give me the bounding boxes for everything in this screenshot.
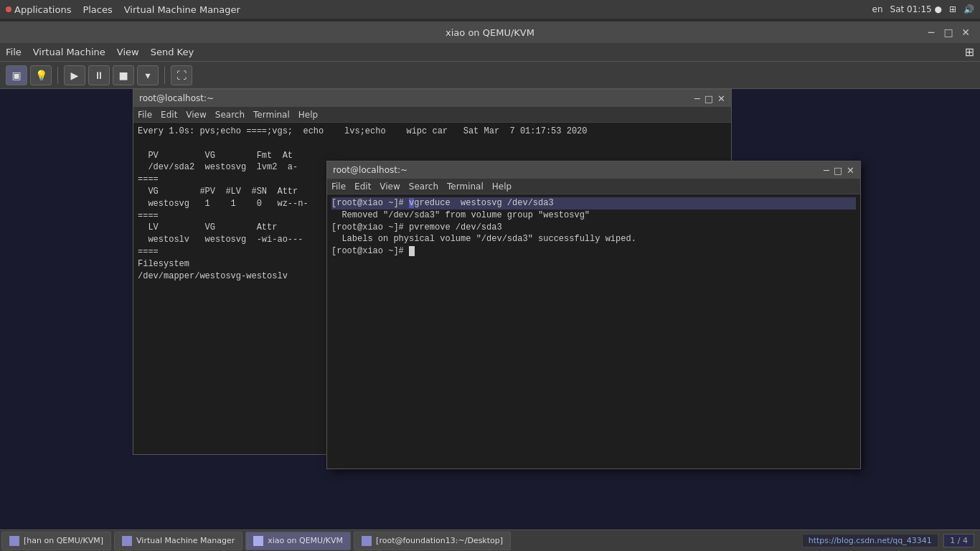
volume-icon: 🔊 — [963, 4, 974, 14]
lang-indicator: en — [872, 4, 883, 14]
vmmgr-menu[interactable]: Virtual Machine Manager — [124, 4, 240, 15]
tbg-menu-file[interactable]: File — [138, 110, 152, 120]
toolbar-separator-2 — [164, 67, 165, 84]
qemu-close-btn[interactable]: ✕ — [960, 27, 971, 38]
clock: Sat 01:15 ● — [890, 4, 942, 14]
terminal-front-close[interactable]: ✕ — [847, 165, 854, 176]
pause-btn[interactable]: ⏸ — [88, 65, 110, 85]
qemu-menu-view[interactable]: View — [117, 47, 139, 57]
qemu-minimize-btn[interactable]: ─ — [925, 27, 937, 38]
qemu-window-title: xiao on QEMU/KVM — [446, 27, 534, 38]
tf-menu-terminal[interactable]: Terminal — [447, 182, 484, 192]
tbg-menu-terminal[interactable]: Terminal — [253, 110, 290, 120]
qemu-window: xiao on QEMU/KVM ─ □ ✕ File Virtual Mach… — [0, 22, 980, 551]
tf-menu-search[interactable]: Search — [409, 182, 438, 192]
tbg-menu-help[interactable]: Help — [298, 110, 318, 120]
page-indicator: 1 / 4 — [943, 534, 974, 547]
taskbar-icon-1 — [122, 536, 132, 546]
tf-menu-file[interactable]: File — [331, 182, 346, 192]
stop-btn[interactable]: ■ — [113, 65, 134, 85]
fullscreen-icon: ⛶ — [176, 70, 187, 81]
taskbar-icon-2 — [253, 536, 263, 546]
dropdown-btn[interactable]: ▾ — [137, 65, 159, 85]
qemu-menu-file[interactable]: File — [6, 47, 22, 57]
taskbar: [han on QEMU/KVM] Virtual Machine Manage… — [0, 529, 980, 551]
taskbar-label-0: [han on QEMU/KVM] — [24, 536, 103, 545]
tbg-menu-edit[interactable]: Edit — [161, 110, 177, 120]
pause-icon: ⏸ — [94, 70, 104, 81]
terminal-front-content[interactable]: [root@xiao ~]# vgreduce westosvg /dev/sd… — [327, 194, 860, 468]
front-line-4: [root@xiao ~]# — [331, 245, 856, 258]
terminal-front-window: root@localhost:~ ─ □ ✕ File Edit View Se… — [326, 161, 861, 469]
qemu-titlebar: xiao on QEMU/KVM ─ □ ✕ — [0, 22, 980, 43]
terminal-bg-menubar: File Edit View Search Terminal Help — [133, 107, 731, 123]
taskbar-label-2: xiao on QEMU/KVM — [268, 536, 343, 545]
taskbar-item-0[interactable]: [han on QEMU/KVM] — [1, 532, 111, 550]
network-icon: ⊞ — [949, 4, 956, 14]
bg-line-2: PV VG Fmt At — [138, 150, 727, 162]
url-display: https://blog.csdn.net/qq_43341 — [802, 534, 938, 547]
monitor-btn[interactable]: ▣ — [6, 65, 27, 85]
bg-line-0: Every 1.0s: pvs;echo ====;vgs; echo lvs;… — [138, 126, 727, 138]
tf-menu-help[interactable]: Help — [492, 182, 512, 192]
system-bar: Applications Places Virtual Machine Mana… — [0, 0, 980, 19]
terminal-bg-titlebar: root@localhost:~ ─ □ ✕ — [133, 90, 731, 107]
qemu-toolbar: ▣ 💡 ▶ ⏸ ■ ▾ ⛶ — [0, 62, 980, 89]
app-dot — [6, 6, 11, 12]
terminal-bg-minimize[interactable]: ─ — [694, 93, 700, 104]
taskbar-item-3[interactable]: [root@foundation13:~/Desktop] — [354, 532, 511, 550]
taskbar-icon-3 — [362, 536, 372, 546]
front-line-3: Labels on physical volume "/dev/sda3" su… — [331, 233, 856, 245]
front-line-2: [root@xiao ~]# pvremove /dev/sda3 — [331, 222, 856, 234]
terminal-front-menubar: File Edit View Search Terminal Help — [327, 179, 860, 194]
front-line-0: [root@xiao ~]# vgreduce westosvg /dev/sd… — [331, 197, 856, 209]
terminal-bg-title: root@localhost:~ — [139, 93, 214, 103]
dropdown-icon: ▾ — [145, 70, 150, 81]
fullscreen-btn[interactable]: ⛶ — [171, 65, 192, 85]
monitor-icon: ▣ — [11, 70, 21, 81]
play-icon: ▶ — [71, 70, 79, 81]
taskbar-item-2[interactable]: xiao on QEMU/KVM — [245, 532, 351, 550]
taskbar-label-1: Virtual Machine Manager — [136, 536, 235, 545]
terminal-front-minimize[interactable]: ─ — [824, 165, 829, 176]
taskbar-label-3: [root@foundation13:~/Desktop] — [376, 536, 503, 545]
toolbar-separator — [57, 67, 58, 84]
qemu-menubar: File Virtual Machine View Send Key ⊞ — [0, 43, 980, 62]
qemu-restore-btn[interactable]: □ — [943, 27, 954, 38]
terminal-front-restore[interactable]: □ — [834, 165, 842, 176]
tbg-menu-search[interactable]: Search — [215, 110, 245, 120]
applications-menu[interactable]: Applications — [6, 4, 71, 15]
tf-menu-view[interactable]: View — [380, 182, 400, 192]
taskbar-icon-0 — [9, 536, 19, 546]
terminal-bg-restore[interactable]: □ — [705, 93, 713, 104]
qemu-menu-sendkey[interactable]: Send Key — [151, 47, 194, 57]
terminal-bg-close[interactable]: ✕ — [717, 93, 725, 104]
bg-line-1 — [138, 138, 727, 150]
play-btn[interactable]: ▶ — [64, 65, 85, 85]
places-menu[interactable]: Places — [83, 4, 112, 15]
tf-menu-edit[interactable]: Edit — [354, 182, 371, 192]
bulb-btn[interactable]: 💡 — [30, 65, 52, 85]
terminal-front-title: root@localhost:~ — [333, 165, 407, 175]
bulb-icon: 💡 — [35, 70, 47, 81]
front-line-1: Removed "/dev/sda3" from volume group "w… — [331, 209, 856, 222]
stop-icon: ■ — [118, 70, 128, 81]
qemu-content: root@localhost:~ ─ □ ✕ File Edit View Se… — [0, 89, 980, 551]
tbg-menu-view[interactable]: View — [186, 110, 206, 120]
taskbar-right: https://blog.csdn.net/qq_43341 1 / 4 — [802, 536, 980, 545]
qemu-menu-vm[interactable]: Virtual Machine — [33, 47, 105, 57]
terminal-front-titlebar: root@localhost:~ ─ □ ✕ — [327, 161, 860, 179]
qemu-resize-icon[interactable]: ⊞ — [965, 45, 974, 59]
taskbar-item-1[interactable]: Virtual Machine Manager — [114, 532, 242, 550]
